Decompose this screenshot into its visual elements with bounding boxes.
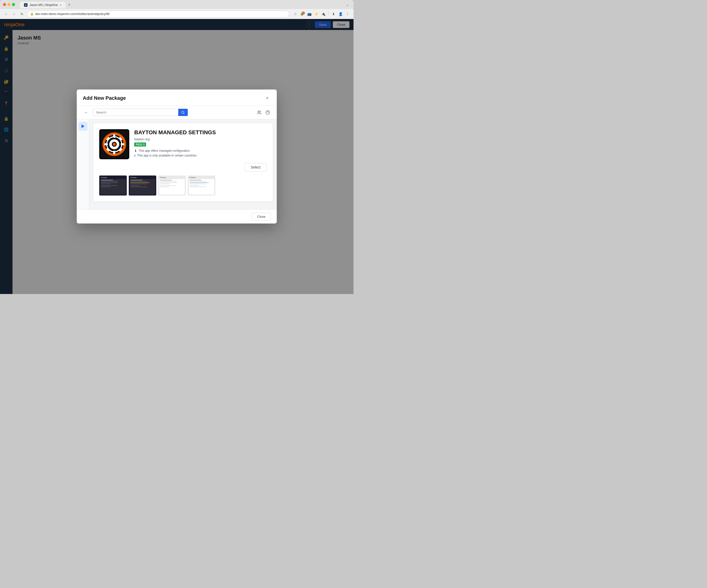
app-card-header: BAYTON MANAGED SETTINGS bayton.org PEGI … <box>99 129 267 172</box>
modal-main-content: BAYTON MANAGED SETTINGS bayton.org PEGI … <box>89 119 277 209</box>
select-btn[interactable]: Select <box>244 163 267 172</box>
close-traffic-light[interactable] <box>3 3 6 6</box>
modal-footer-close-btn[interactable]: Close <box>252 213 271 220</box>
modal-header: Add New Package × <box>77 90 277 106</box>
modal-close-btn[interactable]: × <box>264 95 271 102</box>
modal-sidebar-playstore[interactable] <box>78 122 88 131</box>
browser-toolbar: ‹ › ↻ 🔒 dev-mdm-demo.ninjarmm.com/#/edit… <box>0 9 354 19</box>
screenshots-row: ⚙ Settings <box>99 175 267 196</box>
profile-btn[interactable]: 👤 <box>337 11 343 17</box>
screenshot-3: ⚙ Settings <box>158 175 186 196</box>
screenshot-2: ⚙ Settings <box>129 175 156 196</box>
feature2-text: This app is only available in certain co… <box>137 154 197 157</box>
download-btn[interactable]: ⬇ <box>331 11 337 17</box>
pegi-badge: PEGI 3 <box>134 142 146 146</box>
back-nav-btn[interactable]: ‹ <box>3 11 9 17</box>
extension-badge: 1 <box>302 11 305 14</box>
app-developer: bayton.org <box>134 137 267 141</box>
tab-favicon: N <box>24 3 28 7</box>
svg-point-2 <box>258 111 260 112</box>
svg-marker-5 <box>81 125 85 128</box>
app-icon-svg <box>101 131 128 158</box>
extension3-btn[interactable]: 🔌 <box>320 11 326 17</box>
address-text: dev-mdm-demo.ninjarmm.com/#/editor/andro… <box>35 12 109 16</box>
minimize-traffic-light[interactable] <box>7 3 10 6</box>
app-icon <box>99 129 129 159</box>
search-container <box>93 109 188 116</box>
window-collapse-btn[interactable]: ⌄ <box>344 1 350 7</box>
modal-toolbar-actions <box>256 109 271 115</box>
new-tab-btn[interactable]: + <box>66 1 73 8</box>
app-feature2: ℹ This app is only available in certain … <box>134 154 267 158</box>
app-rating: PEGI 3 <box>134 142 267 146</box>
download-feature-icon: ⬇ <box>134 149 137 153</box>
extension2-btn[interactable]: ⚡ <box>313 11 319 17</box>
modal-users-icon[interactable] <box>256 109 262 115</box>
address-bar[interactable]: 🔒 dev-mdm-demo.ninjarmm.com/#/editor/and… <box>27 10 289 18</box>
add-package-modal: Add New Package × ← <box>77 90 277 223</box>
browser-titlebar: N Jason MS | NinjaOne × + ⌄ <box>0 0 354 9</box>
tab-bar: N Jason MS | NinjaOne × + <box>17 1 342 8</box>
bookmark-btn[interactable]: ☆ <box>292 11 298 17</box>
modal-toolbar: ← <box>77 106 277 119</box>
extension1-btn[interactable]: 🧩 1 <box>299 11 305 17</box>
svg-line-1 <box>184 113 184 114</box>
traffic-lights <box>3 3 15 6</box>
more-btn[interactable]: ⋮ <box>344 11 350 17</box>
cast-btn[interactable]: 📺 <box>306 11 312 17</box>
modal-help-icon[interactable] <box>265 109 271 115</box>
modal-title: Add New Package <box>83 95 126 101</box>
modal-sidebar <box>77 119 89 209</box>
feature1-text: This app offers managed configuration <box>138 149 190 152</box>
modal-overlay: Add New Package × ← <box>0 19 354 294</box>
svg-point-18 <box>113 143 116 146</box>
screenshot-1: ⚙ Settings <box>99 175 127 196</box>
modal-footer: Close <box>77 209 277 223</box>
modal-body: BAYTON MANAGED SETTINGS bayton.org PEGI … <box>77 119 277 209</box>
info-feature-icon: ℹ <box>134 154 135 158</box>
app-card: BAYTON MANAGED SETTINGS bayton.org PEGI … <box>93 123 273 202</box>
modal-back-btn[interactable]: ← <box>83 109 90 116</box>
app-name: BAYTON MANAGED SETTINGS <box>134 129 267 136</box>
forward-nav-btn[interactable]: › <box>11 11 17 17</box>
svg-point-0 <box>182 111 184 113</box>
screenshot-4: ⚙ Settings <box>188 175 215 196</box>
search-input[interactable] <box>93 109 178 116</box>
search-btn[interactable] <box>178 109 188 116</box>
active-tab[interactable]: N Jason MS | NinjaOne × <box>20 2 66 8</box>
app-feature1: ⬇ This app offers managed configuration <box>134 149 267 153</box>
app-info: BAYTON MANAGED SETTINGS bayton.org PEGI … <box>134 129 267 172</box>
refresh-nav-btn[interactable]: ↻ <box>19 11 25 17</box>
tab-close-btn[interactable]: × <box>60 3 62 7</box>
tab-title: Jason MS | NinjaOne <box>30 3 58 7</box>
fullscreen-traffic-light[interactable] <box>12 3 15 6</box>
